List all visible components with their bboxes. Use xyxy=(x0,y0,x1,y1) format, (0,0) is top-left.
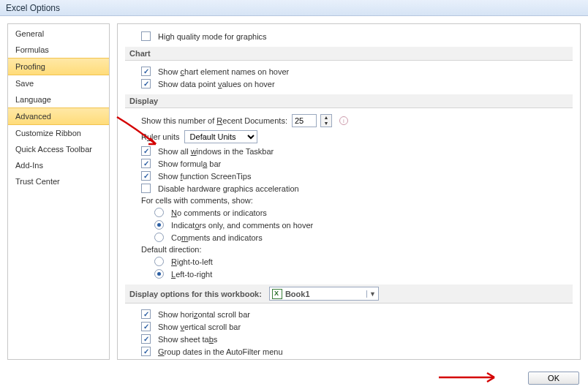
label-no-comments: No comments or indicators xyxy=(171,208,267,217)
label-for-objects: For objects, show: xyxy=(141,359,206,360)
label-sheet-tabs: Show sheet tabs xyxy=(158,335,217,344)
radio-rtl[interactable] xyxy=(154,257,164,266)
sidebar: General Formulas Proofing Save Language … xyxy=(7,23,110,360)
checkbox-sheet-tabs[interactable] xyxy=(141,334,151,344)
sidebar-item-customize-ribbon[interactable]: Customize Ribbon xyxy=(8,125,109,141)
spinner-recent-docs[interactable]: ▲▼ xyxy=(320,114,332,127)
checkbox-chart-values[interactable] xyxy=(141,79,151,88)
label-indicators-only: Indicators only, and comments on hover xyxy=(171,221,313,230)
select-workbook[interactable]: Book1 ▼ xyxy=(269,287,379,301)
sidebar-item-advanced[interactable]: Advanced xyxy=(8,108,109,125)
sidebar-item-addins[interactable]: Add-Ins xyxy=(8,157,109,173)
checkbox-chart-names[interactable] xyxy=(141,67,151,76)
label-show-formula: Show formula bar xyxy=(158,159,221,168)
content-panel: High quality mode for graphics Chart Sho… xyxy=(117,23,581,360)
sidebar-item-general[interactable]: General xyxy=(8,26,109,42)
label-show-tips: Show function ScreenTips xyxy=(158,172,251,181)
label-rtl: Right-to-left xyxy=(171,257,213,266)
label-hscroll: Show horizontal scroll bar xyxy=(158,310,250,319)
dialog-body: General Formulas Proofing Save Language … xyxy=(0,16,588,367)
radio-indicators-only[interactable] xyxy=(154,220,164,230)
checkbox-hscroll[interactable] xyxy=(141,309,151,319)
checkbox-group-dates[interactable] xyxy=(141,347,151,356)
checkbox-show-tips[interactable] xyxy=(141,171,151,181)
checkbox-disable-hw[interactable] xyxy=(141,184,151,193)
dialog-footer: OK xyxy=(528,367,579,389)
radio-comments-and[interactable] xyxy=(154,233,164,242)
annotation-arrow-2 xyxy=(437,369,503,386)
select-ruler-units[interactable]: Default Units xyxy=(184,130,257,143)
checkbox-vscroll[interactable] xyxy=(141,322,151,331)
sidebar-item-save[interactable]: Save xyxy=(8,75,109,91)
section-workbook: Display options for this workbook: Book1… xyxy=(125,284,573,304)
sidebar-item-quick-access[interactable]: Quick Access Toolbar xyxy=(8,141,109,157)
dialog-title: Excel Options xyxy=(6,3,60,13)
sidebar-item-trust-center[interactable]: Trust Center xyxy=(8,173,109,189)
label-cells-comments: For cells with comments, show: xyxy=(141,196,253,205)
label-disable-hw: Disable hardware graphics acceleration xyxy=(158,184,299,193)
info-icon: i xyxy=(339,116,348,125)
sidebar-item-language[interactable]: Language xyxy=(8,91,109,108)
checkbox-show-formula[interactable] xyxy=(141,159,151,168)
ok-button[interactable]: OK xyxy=(528,372,579,385)
sidebar-item-proofing[interactable]: Proofing xyxy=(8,58,109,75)
label-ruler-units: Ruler units xyxy=(141,132,180,141)
label-default-dir: Default direction: xyxy=(141,245,202,254)
checkbox-high-quality[interactable] xyxy=(141,31,151,41)
label-group-dates: Group dates in the AutoFilter menu xyxy=(158,347,283,356)
section-display: Display xyxy=(125,94,573,108)
excel-icon xyxy=(272,289,282,299)
label-ltr: Left-to-right xyxy=(171,270,212,279)
label-high-quality: High quality mode for graphics xyxy=(158,32,267,41)
label-show-windows: Show all windows in the Taskbar xyxy=(158,147,274,156)
titlebar: Excel Options xyxy=(0,0,588,16)
chevron-down-icon: ▼ xyxy=(366,290,376,298)
section-chart: Chart xyxy=(125,47,573,61)
label-recent-docs: Show this number of Recent Documents: xyxy=(141,116,287,125)
label-vscroll: Show vertical scroll bar xyxy=(158,323,241,331)
sidebar-item-formulas[interactable]: Formulas xyxy=(8,42,109,58)
checkbox-show-windows[interactable] xyxy=(141,146,151,156)
input-recent-docs[interactable] xyxy=(292,114,317,127)
label-comments-and: Comments and indicators xyxy=(171,233,263,242)
label-chart-values: Show data point values on hover xyxy=(158,80,275,88)
radio-no-comments[interactable] xyxy=(154,208,164,217)
radio-ltr[interactable] xyxy=(154,269,164,279)
label-chart-names: Show chart element names on hover xyxy=(158,67,289,76)
